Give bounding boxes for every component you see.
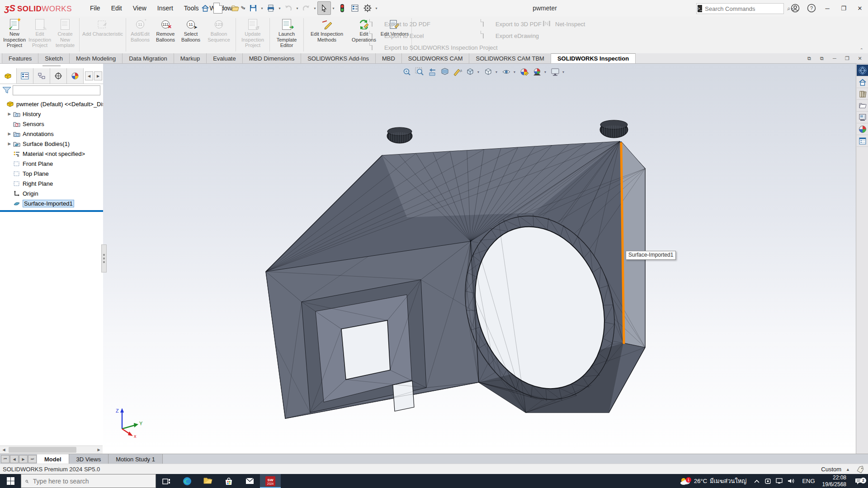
network-icon[interactable] — [776, 478, 783, 484]
new-document-dropdown[interactable]: ▾ — [224, 6, 229, 10]
tree-item-top-plane[interactable]: Top Plane — [0, 169, 103, 178]
export-3d-pdf-button[interactable]: Export to 3D PDF — [483, 18, 542, 30]
open-dropdown[interactable]: ▾ — [242, 6, 247, 10]
tab-sketch[interactable]: Sketch — [38, 53, 70, 63]
menu-insert[interactable]: Insert — [152, 0, 179, 16]
create-new-template-button[interactable]: Create New template — [52, 17, 78, 48]
edit-inspection-project-button[interactable]: ✎ Edit Inspection Project — [27, 17, 52, 48]
file-explorer-icon[interactable] — [857, 100, 868, 112]
view-palette-icon[interactable] — [857, 112, 868, 123]
home-icon[interactable] — [857, 76, 868, 88]
net-inspect-button[interactable]: N Net-Inspect — [542, 18, 585, 30]
task-view-icon[interactable] — [156, 474, 177, 488]
file-explorer-icon[interactable] — [198, 474, 218, 488]
tab-data-migration[interactable]: Data Migration — [123, 53, 174, 63]
tab-mbd-dimensions[interactable]: MBD Dimensions — [243, 53, 301, 63]
prev-tab-button[interactable]: ◀ — [10, 455, 19, 463]
open-icon[interactable] — [229, 2, 242, 14]
display-state-selector[interactable]: Custom ▲ — [821, 466, 850, 473]
menu-edit[interactable]: Edit — [106, 0, 127, 16]
tab-solidworks-inspection[interactable]: SOLIDWORKS Inspection — [551, 53, 636, 63]
performance-icon[interactable] — [336, 2, 349, 14]
add-edit-balloons-button[interactable]: 11* Add/Edit Balloons — [127, 17, 153, 42]
menu-view[interactable]: View — [127, 0, 152, 16]
redo-icon[interactable] — [300, 2, 312, 14]
select-balloons-button[interactable]: 11➤ Select Balloons — [178, 17, 203, 42]
menu-file[interactable]: File — [85, 0, 106, 16]
update-inspection-project-button[interactable]: ↺ Update Inspection Project — [237, 17, 268, 48]
graphics-viewport[interactable]: A ▾ ▾ ▾ ▾ ▾ — [103, 64, 856, 454]
scrollbar-thumb[interactable] — [9, 447, 76, 453]
tab-mesh-modeling[interactable]: Mesh Modeling — [70, 53, 123, 63]
options-gear-icon[interactable] — [361, 2, 374, 14]
appearances-scenes-icon[interactable] — [857, 123, 868, 135]
tree-item-front-plane[interactable]: Front Plane — [0, 159, 103, 169]
mail-icon[interactable] — [239, 474, 260, 488]
tag-icon[interactable] — [856, 466, 864, 473]
tab-solidworks-cam[interactable]: SOLIDWORKS CAM — [402, 53, 470, 63]
weather-widget[interactable]: 1 26°C มีเมฆส่วนใหญ่ — [676, 476, 750, 486]
tab-markup[interactable]: Markup — [174, 53, 207, 63]
property-manager-tab[interactable] — [17, 68, 33, 84]
clock[interactable]: 22:08 19/6/2568 — [819, 474, 850, 488]
knob-right[interactable] — [600, 120, 628, 138]
solidworks-resources-icon[interactable] — [857, 65, 868, 76]
next-tab-button[interactable]: ▶ — [19, 455, 28, 463]
restore-button[interactable]: ❐ — [835, 0, 852, 16]
panel-splitter[interactable] — [101, 244, 107, 272]
tab-evaluate[interactable]: Evaluate — [207, 53, 243, 63]
tab-mbd[interactable]: MBD — [376, 53, 402, 63]
minimize-button[interactable]: ─ — [819, 0, 835, 16]
hidden-icons-chevron[interactable] — [754, 479, 760, 483]
collapse-ribbon-chevron[interactable]: ⌃ — [860, 47, 863, 52]
export-sw-inspection-button[interactable]: Export to SOLIDWORKS Inspection Project — [372, 42, 498, 53]
last-tab-button[interactable]: ⏭ — [28, 455, 37, 463]
volume-icon[interactable] — [788, 478, 795, 484]
tree-root[interactable]: pwmeter (Default) <<Default>_Display — [0, 99, 103, 109]
edit-inspection-methods-button[interactable]: Edit Inspection Methods — [305, 17, 349, 42]
new-document-icon[interactable] — [212, 2, 224, 14]
tree-item-sensors[interactable]: Sensors — [0, 119, 103, 129]
expand-arrow-icon[interactable]: ▶ — [6, 112, 13, 116]
tab-solidworks-addins[interactable]: SOLIDWORKS Add-Ins — [301, 53, 376, 63]
tab-model[interactable]: Model — [37, 454, 69, 464]
configuration-manager-tab[interactable] — [33, 68, 50, 84]
tree-item-history[interactable]: ▶ History — [0, 109, 103, 119]
help-icon[interactable]: ? — [804, 0, 819, 16]
tree-item-right-plane[interactable]: Right Plane — [0, 178, 103, 188]
design-library-icon[interactable] — [857, 88, 868, 100]
properties-icon[interactable] — [349, 2, 361, 14]
tree-item-surface-imported1[interactable]: Surface-Imported1 — [0, 198, 103, 208]
pane-right-icon[interactable]: ⧉ — [816, 54, 827, 63]
tab-solidworks-cam-tbm[interactable]: SOLIDWORKS CAM TBM — [469, 53, 551, 63]
tab-features[interactable]: Features — [2, 53, 38, 63]
tab-3d-views[interactable]: 3D Views — [69, 454, 109, 464]
launch-template-editor-button[interactable]: ➜ Launch Template Editor — [271, 17, 302, 48]
save-dropdown[interactable]: ▾ — [259, 6, 264, 10]
security-icon[interactable] — [764, 478, 771, 484]
undo-dropdown[interactable]: ▾ — [295, 6, 300, 10]
dimxpert-manager-tab[interactable] — [50, 68, 67, 84]
store-icon[interactable] — [218, 474, 239, 488]
solidworks-app-icon[interactable]: SW2024 — [260, 474, 281, 488]
language-indicator[interactable]: ENG — [798, 478, 818, 484]
panel-tabs-scroll-left[interactable]: ◀ — [85, 71, 93, 80]
taskbar-search-input[interactable] — [32, 477, 156, 485]
undo-icon[interactable] — [282, 2, 295, 14]
knob-left[interactable] — [387, 127, 412, 143]
doc-minimize-button[interactable]: ─ — [829, 54, 840, 63]
close-button[interactable]: ✕ — [852, 0, 868, 16]
redo-dropdown[interactable]: ▾ — [312, 6, 317, 10]
doc-restore-button[interactable]: ❐ — [842, 54, 853, 63]
featuremanager-tree-tab[interactable] — [0, 68, 17, 84]
tab-motion-study-1[interactable]: Motion Study 1 — [108, 454, 163, 464]
select-cursor-icon[interactable] — [317, 1, 331, 15]
select-dropdown[interactable]: ▾ — [331, 6, 336, 10]
doc-close-button[interactable]: ✕ — [854, 54, 865, 63]
expand-arrow-icon[interactable]: ▶ — [6, 131, 13, 136]
tree-item-surface-bodies[interactable]: ▶ Surface Bodies(1) — [0, 139, 103, 149]
new-inspection-project-button[interactable]: ★✓ New Inspection Project — [2, 17, 27, 48]
tree-filter-input[interactable] — [13, 85, 100, 95]
panel-collapse-handle[interactable] — [42, 65, 61, 66]
remove-balloons-button[interactable]: 111✕ Remove Balloons — [153, 17, 178, 42]
